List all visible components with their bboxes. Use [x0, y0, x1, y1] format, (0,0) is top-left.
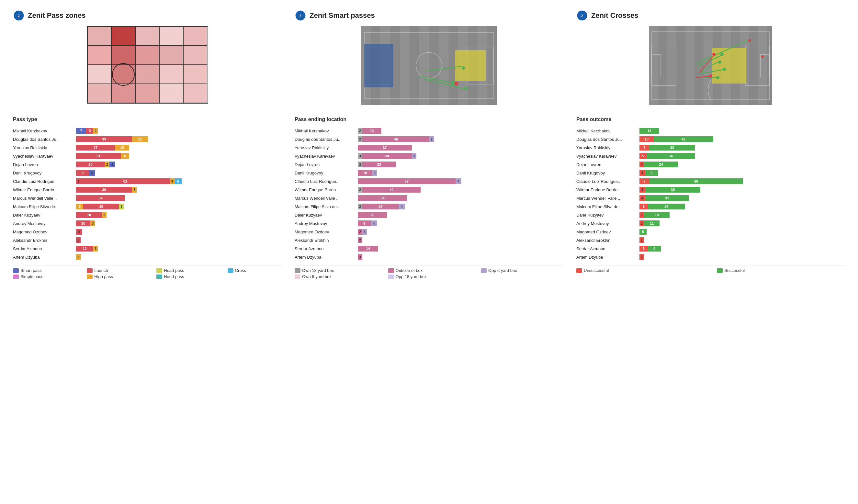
- legend-item: Smart pass: [13, 268, 79, 273]
- player-name: Andrey Mostovoy: [576, 221, 639, 226]
- bar-segment: 6: [639, 246, 648, 251]
- player-name: Mikhail Kerzhakov: [576, 129, 639, 133]
- zenit-logo-3: Z: [576, 10, 588, 21]
- bar-container: 4: [76, 229, 282, 235]
- crosses-header: Z Zenit Crosses: [576, 10, 845, 21]
- player-name: Serdar Azmoun: [13, 246, 76, 251]
- pass-zones-section: Z Zenit Pass zones: [13, 10, 282, 279]
- bar-container: 1042: [639, 136, 845, 142]
- bar-container: 218: [639, 212, 845, 218]
- bar-segment: 10: [115, 145, 129, 150]
- bar-container: 94: [358, 221, 563, 226]
- bar-segment: 13: [362, 128, 381, 134]
- bar-segment: 2: [358, 136, 362, 142]
- player-row: Cláudio Luiz Rodrigue..674: [295, 178, 563, 185]
- bar-segment: 9: [645, 170, 658, 176]
- player-name: Magomed Ozdoev: [576, 229, 639, 234]
- bar-segment: 40: [362, 187, 420, 193]
- legend-label: High pass: [94, 274, 113, 279]
- bar-segment: 2: [105, 162, 109, 167]
- bar-container: 393: [76, 187, 282, 193]
- player-row: Vyacheslav Karavaev316: [13, 152, 282, 160]
- player-name: Vyacheslav Karavaev: [295, 154, 358, 159]
- crosses-section: Z Zenit Crosses: [576, 10, 845, 279]
- legend-label: Launch: [94, 268, 108, 273]
- bar-segment: 2: [358, 162, 362, 167]
- player-row: Artem Dzyuba3: [295, 254, 563, 261]
- bar-segment: 4: [399, 204, 405, 209]
- bar-container: 37: [358, 145, 563, 150]
- bar-container: 20: [358, 212, 563, 218]
- bar-segment: 23: [362, 162, 396, 167]
- bar-segment: 27: [76, 145, 115, 150]
- player-row: Andrey Mostovoy94: [295, 220, 563, 227]
- bar-segment: 2: [102, 212, 107, 218]
- bar-segment: 2: [358, 237, 362, 243]
- player-row: Malcom Filipe Silva de..626: [576, 203, 845, 210]
- bar-segment: 20: [358, 212, 387, 218]
- pass-ending-legend: Own 18 yard boxOutside of boxOpp 6 yard …: [295, 265, 563, 279]
- bar-segment: 3: [76, 254, 81, 260]
- bar-segment: 11: [132, 136, 148, 142]
- legend-color-box: [576, 269, 582, 273]
- bar-segment: 3: [639, 162, 644, 167]
- bar-segment: 4: [456, 178, 461, 184]
- bar-segment: 3: [170, 178, 175, 184]
- bar-container: 674: [358, 178, 563, 184]
- svg-rect-7: [419, 26, 429, 105]
- svg-point-21: [455, 82, 459, 85]
- player-row: Serdar Azmoun123: [13, 245, 282, 252]
- player-row: Yaroslav Rakitskiy37: [295, 144, 563, 151]
- player-name: Vyacheslav Karavaev: [13, 154, 76, 159]
- player-name: Andrey Mostovoy: [295, 221, 358, 226]
- bar-container: 5252: [76, 204, 282, 209]
- player-row: Magomed Ozdoev4: [13, 228, 282, 235]
- legend-item: High pass: [87, 274, 148, 279]
- player-row: Daler Kuzyaev20: [295, 211, 563, 218]
- pass-type-label: Pass type: [13, 116, 282, 124]
- svg-rect-27: [649, 26, 658, 105]
- bar-segment: 31: [76, 153, 121, 159]
- bar-container: 431: [639, 195, 845, 201]
- svg-rect-33: [758, 26, 767, 105]
- legend-color-box: [228, 269, 234, 273]
- player-row: Magomed Ozdoev23: [295, 228, 563, 235]
- player-row: Danil Krugovoy103: [295, 169, 563, 176]
- player-row: Douglas dos Santos Ju..1042: [576, 136, 845, 143]
- player-row: Vyacheslav Karavaev3342: [295, 152, 563, 160]
- player-row: Vyacheslav Karavaev534: [576, 152, 845, 160]
- bar-segment: 4: [76, 229, 82, 235]
- legend-item: Simple pass: [13, 274, 79, 279]
- bar-segment: 3: [372, 170, 377, 176]
- bar-container: 3: [76, 254, 282, 260]
- legend-label: Own 18 yard box: [302, 268, 334, 273]
- bar-container: 103: [76, 221, 282, 226]
- player-name: Serdar Azmoun: [576, 246, 639, 251]
- player-row: Mikhail Kerzhakov752: [13, 127, 282, 134]
- player-name: Cláudio Luiz Rodrigue..: [13, 179, 76, 184]
- player-name: Serdar Azmoun: [295, 246, 358, 251]
- bar-segment: 2: [119, 204, 124, 209]
- pass-ending-rows: Mikhail Kerzhakov213Douglas dos Santos J…: [295, 127, 563, 261]
- bar-segment: 10: [358, 170, 372, 176]
- player-row: Danil Krugovoy94: [13, 169, 282, 176]
- player-row: Wilmar Enrique Barrio..439: [576, 186, 845, 193]
- bar-segment: 2: [76, 178, 81, 184]
- bar-container: 23: [358, 229, 563, 235]
- bar-segment: 62: [81, 178, 170, 184]
- player-row: Cláudio Luiz Rodrigue..766: [576, 178, 845, 185]
- bar-segment: 20: [76, 162, 105, 167]
- crosses-title: Zenit Crosses: [591, 11, 638, 20]
- bar-container: 732: [639, 145, 845, 150]
- svg-point-50: [720, 53, 724, 56]
- player-name: Danil Krugovoy: [295, 170, 358, 176]
- player-name: Artem Dzyuba: [295, 255, 358, 260]
- svg-rect-6: [400, 26, 410, 105]
- player-name: Marcus Wendell Valle ..: [576, 196, 639, 201]
- bar-segment: 4: [371, 221, 377, 226]
- player-row: Andrey Mostovoy211: [576, 220, 845, 227]
- bar-segment: 4: [89, 170, 95, 176]
- player-row: Cláudio Luiz Rodrigue..26235: [13, 178, 282, 185]
- legend-item: Own 18 yard box: [295, 268, 380, 273]
- svg-point-47: [718, 61, 721, 64]
